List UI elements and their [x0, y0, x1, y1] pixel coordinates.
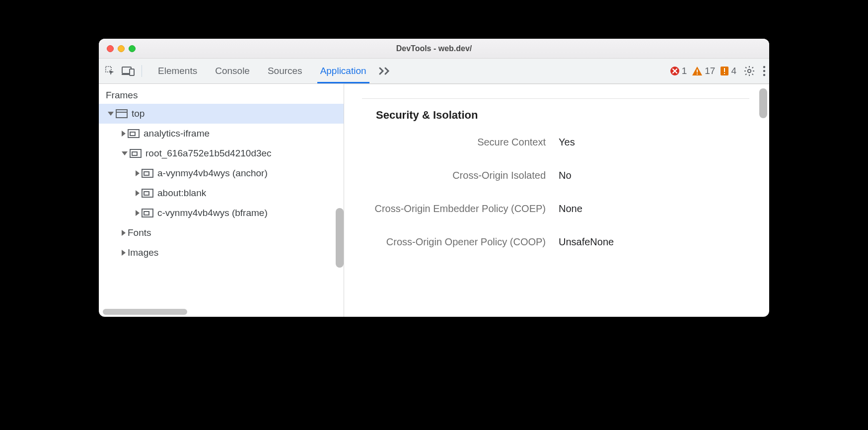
disclosure-right-icon[interactable] [136, 210, 140, 216]
tree-item-label: a-vynmy4vb4wys (anchor) [157, 168, 268, 179]
frames-tree: topanalytics-iframeroot_616a752e1b5d4210… [99, 104, 344, 317]
svg-rect-3 [130, 69, 134, 75]
inspect-element-icon[interactable] [105, 66, 116, 76]
device-toolbar-icon[interactable] [122, 66, 135, 76]
detail-value: None [559, 203, 749, 215]
warnings-count: 17 [705, 66, 715, 76]
svg-point-10 [748, 70, 751, 72]
detail-value: Yes [559, 137, 749, 148]
disclosure-right-icon[interactable] [136, 190, 140, 196]
window-title: DevTools - web.dev/ [99, 44, 769, 53]
svg-rect-23 [144, 192, 149, 195]
error-icon [670, 66, 680, 76]
details-grid: Secure ContextYesCross-Origin IsolatedNo… [362, 137, 749, 248]
section-title: Security & Isolation [376, 109, 749, 122]
svg-rect-14 [116, 110, 127, 118]
tree-item[interactable]: root_616a752e1b5d4210d3ec [99, 143, 344, 163]
close-window-button[interactable] [107, 45, 114, 52]
issues-counter[interactable]: 4 [720, 66, 736, 76]
tree-item-label: top [132, 108, 145, 119]
svg-rect-8 [724, 68, 725, 72]
detail-key: Cross-Origin Embedder Policy (COEP) [362, 203, 546, 215]
subframe-icon [142, 189, 153, 198]
disclosure-right-icon[interactable] [136, 170, 140, 176]
disclosure-right-icon[interactable] [122, 250, 126, 256]
tree-item[interactable]: Fonts [99, 223, 344, 243]
tree-item-label: Fonts [128, 227, 151, 238]
subframe-icon [128, 129, 140, 138]
subframe-icon [130, 149, 142, 158]
tree-item-label: analytics-iframe [144, 128, 210, 139]
disclosure-down-icon[interactable] [108, 112, 114, 116]
warnings-counter[interactable]: 17 [692, 66, 715, 76]
detail-key: Secure Context [362, 137, 546, 148]
minimize-window-button[interactable] [118, 45, 125, 52]
svg-rect-6 [697, 73, 698, 74]
sidebar-scrollbar-thumb[interactable] [336, 208, 344, 268]
panel-tabs: Elements Console Sources Application [158, 59, 366, 83]
more-tabs-icon[interactable] [378, 67, 391, 75]
main-scrollbar-thumb[interactable] [759, 88, 767, 118]
sidebar-hscrollbar-thumb[interactable] [103, 309, 187, 315]
tree-item-label: Images [128, 247, 158, 258]
tab-sources[interactable]: Sources [268, 59, 302, 83]
subframe-icon [142, 209, 153, 217]
svg-rect-21 [144, 172, 149, 175]
toolbar-divider [142, 65, 142, 77]
detail-value: No [559, 170, 749, 181]
frame-details-pane: Security & Isolation Secure ContextYesCr… [344, 84, 769, 317]
tree-item[interactable]: about:blank [99, 183, 344, 203]
window-controls [107, 45, 136, 52]
tree-item-label: c-vynmy4vb4wys (bframe) [157, 208, 268, 218]
svg-rect-5 [697, 70, 698, 72]
tree-item[interactable]: Images [99, 243, 344, 263]
frame-icon [116, 109, 128, 118]
titlebar: DevTools - web.dev/ [99, 39, 769, 59]
svg-point-13 [763, 74, 765, 76]
issue-icon [720, 66, 729, 76]
sidebar-section-header: Frames [99, 84, 344, 104]
svg-rect-17 [130, 132, 135, 136]
detail-key: Cross-Origin Opener Policy (COOP) [362, 236, 546, 248]
status-counters: 1 17 4 [670, 66, 736, 76]
content-area: Frames topanalytics-iframeroot_616a752e1… [99, 84, 769, 317]
tree-item[interactable]: a-vynmy4vb4wys (anchor) [99, 163, 344, 183]
tab-elements[interactable]: Elements [158, 59, 197, 83]
svg-point-12 [763, 70, 765, 72]
tab-console[interactable]: Console [215, 59, 250, 83]
svg-rect-9 [724, 73, 725, 74]
tree-item-label: root_616a752e1b5d4210d3ec [145, 148, 272, 159]
tree-item-label: about:blank [157, 188, 206, 199]
svg-point-11 [763, 66, 765, 68]
kebab-menu-icon[interactable] [762, 66, 766, 76]
svg-rect-19 [132, 152, 137, 155]
settings-gear-icon[interactable] [743, 65, 755, 77]
disclosure-right-icon[interactable] [122, 131, 126, 137]
frames-sidebar: Frames topanalytics-iframeroot_616a752e1… [99, 84, 344, 317]
tree-item[interactable]: c-vynmy4vb4wys (bframe) [99, 203, 344, 223]
tree-item[interactable]: top [99, 104, 344, 124]
errors-count: 1 [682, 66, 687, 76]
devtools-window: DevTools - web.dev/ Elements Console [99, 39, 769, 317]
disclosure-down-icon[interactable] [122, 151, 128, 155]
svg-rect-25 [144, 212, 149, 215]
tab-application[interactable]: Application [320, 59, 366, 83]
devtools-toolbar: Elements Console Sources Application 1 [99, 59, 769, 84]
zoom-window-button[interactable] [129, 45, 136, 52]
tree-item[interactable]: analytics-iframe [99, 124, 344, 143]
disclosure-right-icon[interactable] [122, 230, 126, 236]
warning-icon [692, 66, 703, 76]
detail-key: Cross-Origin Isolated [362, 170, 546, 181]
subframe-icon [142, 169, 153, 178]
errors-counter[interactable]: 1 [670, 66, 687, 76]
issues-count: 4 [731, 66, 736, 76]
detail-value: UnsafeNone [559, 236, 749, 248]
